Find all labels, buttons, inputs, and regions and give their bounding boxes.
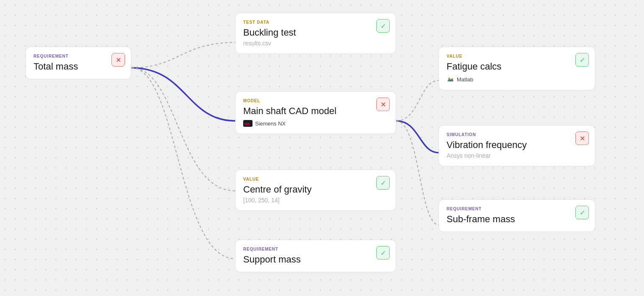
- status-badge-red[interactable]: ✕: [575, 131, 589, 145]
- status-badge-green[interactable]: ✓: [376, 246, 390, 260]
- card-title: Vibration frequency: [447, 140, 587, 151]
- card-title: Main shaft CAD model: [243, 106, 388, 117]
- status-badge-green[interactable]: ✓: [575, 53, 589, 67]
- card-title: Support mass: [243, 254, 388, 265]
- card-category: REQUIREMENT: [243, 247, 388, 251]
- main-shaft-card: MODEL Main shaft CAD model NX Siemens NX…: [235, 91, 396, 134]
- card-category: SIMULATION: [447, 132, 587, 137]
- card-title: Sub-frame mass: [447, 214, 587, 225]
- status-badge-green[interactable]: ✓: [575, 206, 589, 219]
- card-title: Buckling test: [243, 27, 388, 38]
- card-tool: NX Siemens NX: [243, 120, 388, 127]
- buckling-test-card: TEST DATA Buckling test results.csv ✓: [235, 13, 396, 54]
- card-title: Total mass: [33, 61, 123, 72]
- card-title: Fatigue calcs: [447, 61, 587, 72]
- status-badge-red[interactable]: ✕: [111, 53, 125, 67]
- support-mass-card: REQUIREMENT Support mass ✓: [235, 240, 396, 272]
- card-category: REQUIREMENT: [33, 54, 123, 59]
- card-category: MODEL: [243, 98, 388, 103]
- card-subtitle: [100, 250, 14]: [243, 197, 388, 204]
- card-subtitle: Ansys non-linear: [447, 152, 587, 159]
- nx-icon: NX: [243, 120, 253, 127]
- svg-text:NX: NX: [244, 122, 250, 126]
- sub-frame-mass-card: REQUIREMENT Sub-frame mass ✓: [439, 199, 595, 232]
- status-badge-green[interactable]: ✓: [376, 19, 390, 33]
- card-title: Centre of gravity: [243, 184, 388, 195]
- status-badge-red[interactable]: ✕: [376, 98, 390, 111]
- card-subtitle: results.csv: [243, 40, 388, 47]
- card-category: REQUIREMENT: [447, 207, 587, 211]
- card-category: VALUE: [243, 177, 388, 182]
- total-mass-card: REQUIREMENT Total mass ✕: [25, 47, 131, 79]
- card-category: TEST DATA: [243, 20, 388, 25]
- status-badge-green[interactable]: ✓: [376, 176, 390, 190]
- card-tool: Matlab: [447, 75, 587, 83]
- matlab-icon: [447, 75, 454, 83]
- fatigue-calcs-card: VALUE Fatigue calcs Matlab ✓: [439, 47, 595, 90]
- centre-gravity-card: VALUE Centre of gravity [100, 250, 14] ✓: [235, 170, 396, 211]
- vibration-frequency-card: SIMULATION Vibration frequency Ansys non…: [439, 125, 595, 166]
- card-category: VALUE: [447, 54, 587, 59]
